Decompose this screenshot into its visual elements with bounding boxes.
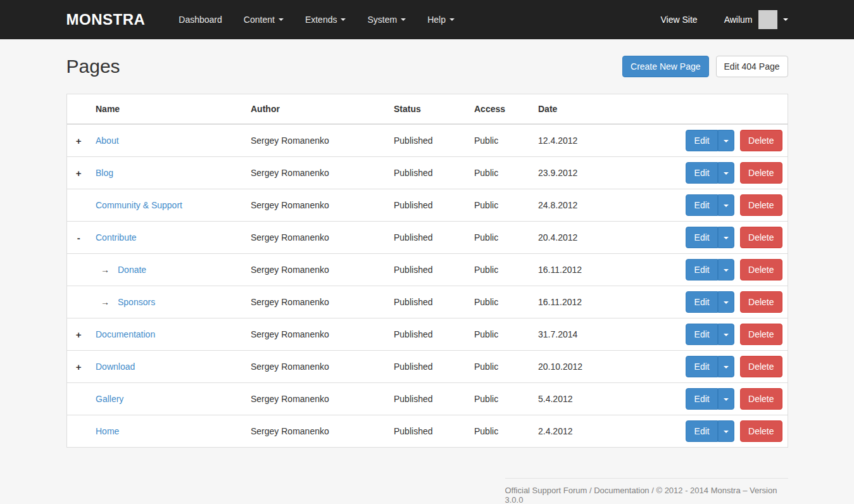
user-menu[interactable]: Awilum — [724, 10, 788, 29]
author-cell: Sergey Romanenko — [246, 415, 389, 448]
delete-button[interactable]: Delete — [740, 227, 782, 248]
status-cell: Published — [389, 254, 469, 286]
create-new-page-button[interactable]: Create New Page — [622, 56, 709, 77]
nav-item-content[interactable]: Content — [233, 0, 294, 39]
access-cell: Public — [469, 189, 533, 222]
edit-split-button: Edit — [686, 291, 734, 313]
caret-down-icon — [341, 18, 346, 21]
page-name-link[interactable]: Community & Support — [96, 200, 182, 210]
edit-dropdown-button[interactable] — [718, 227, 734, 248]
date-cell: 12.4.2012 — [533, 124, 634, 157]
edit-dropdown-button[interactable] — [718, 194, 734, 216]
edit-dropdown-button[interactable] — [718, 324, 734, 345]
edit-button[interactable]: Edit — [686, 388, 718, 410]
delete-button[interactable]: Delete — [740, 194, 782, 216]
table-header-row: Name Author Status Access Date — [66, 94, 788, 125]
brand-logo[interactable]: MONSTRA — [66, 11, 146, 28]
col-author: Author — [246, 94, 389, 125]
delete-button[interactable]: Delete — [740, 291, 782, 313]
expand-toggle[interactable]: + — [76, 362, 82, 372]
nav-item-system[interactable]: System — [356, 0, 417, 39]
page-name-link[interactable]: About — [96, 135, 119, 146]
date-cell: 2.4.2012 — [533, 415, 634, 448]
edit-dropdown-button[interactable] — [718, 259, 734, 280]
edit-404-page-button[interactable]: Edit 404 Page — [716, 56, 788, 77]
edit-button[interactable]: Edit — [686, 356, 718, 377]
access-cell: Public — [469, 383, 533, 415]
page-name-link[interactable]: Documentation — [96, 329, 155, 339]
edit-button[interactable]: Edit — [686, 420, 718, 442]
nav-item-dashboard[interactable]: Dashboard — [168, 0, 233, 39]
table-row: + Documentation Sergey Romanenko Publish… — [66, 318, 788, 351]
col-access: Access — [469, 94, 533, 125]
status-cell: Published — [389, 189, 469, 222]
delete-button[interactable]: Delete — [740, 259, 782, 280]
edit-split-button: Edit — [686, 227, 734, 248]
expand-toggle[interactable]: + — [76, 168, 82, 179]
edit-button[interactable]: Edit — [686, 162, 718, 184]
page-name-link[interactable]: Donate — [118, 265, 146, 275]
status-cell: Published — [389, 286, 469, 318]
edit-split-button: Edit — [686, 162, 734, 184]
caret-down-icon — [724, 205, 729, 207]
edit-button[interactable]: Edit — [686, 291, 718, 313]
table-row: + About Sergey Romanenko Published Publi… — [66, 124, 788, 157]
author-cell: Sergey Romanenko — [246, 383, 389, 415]
table-row: Community & Support Sergey Romanenko Pub… — [66, 189, 788, 222]
page-header: Pages Create New Page Edit 404 Page — [66, 56, 788, 77]
documentation-link[interactable]: Documentation — [594, 486, 649, 495]
author-cell: Sergey Romanenko — [246, 157, 389, 189]
status-cell: Published — [389, 157, 469, 189]
author-cell: Sergey Romanenko — [246, 318, 389, 351]
access-cell: Public — [469, 351, 533, 383]
caret-down-icon — [724, 301, 729, 304]
footer-separator: / — [587, 486, 594, 495]
caret-down-icon — [724, 140, 729, 142]
view-site-link[interactable]: View Site — [661, 15, 698, 25]
support-forum-link[interactable]: Official Support Forum — [505, 486, 587, 495]
edit-dropdown-button[interactable] — [718, 162, 734, 184]
edit-dropdown-button[interactable] — [718, 388, 734, 410]
page-name-link[interactable]: Contribute — [96, 232, 137, 243]
delete-button[interactable]: Delete — [740, 420, 782, 442]
edit-dropdown-button[interactable] — [718, 130, 734, 151]
expand-toggle[interactable]: + — [76, 329, 82, 340]
edit-dropdown-button[interactable] — [718, 291, 734, 313]
nav-item-help[interactable]: Help — [417, 0, 465, 39]
edit-button[interactable]: Edit — [686, 194, 718, 216]
expand-toggle[interactable]: + — [76, 135, 82, 146]
delete-button[interactable]: Delete — [740, 388, 782, 410]
page-name-link[interactable]: Blog — [96, 168, 113, 178]
page-name-link[interactable]: Gallery — [96, 394, 123, 404]
author-cell: Sergey Romanenko — [246, 254, 389, 286]
delete-button[interactable]: Delete — [740, 130, 782, 151]
page-name-link[interactable]: Sponsors — [118, 297, 155, 307]
col-expander — [66, 94, 91, 125]
avatar — [758, 10, 777, 29]
edit-button[interactable]: Edit — [686, 259, 718, 280]
page-name-link[interactable]: Home — [96, 426, 119, 436]
page-name-link[interactable]: Download — [96, 362, 135, 372]
nav-links: Dashboard Content Extends System Help — [168, 0, 465, 39]
edit-dropdown-button[interactable] — [718, 420, 734, 442]
status-cell: Published — [389, 222, 469, 254]
footer: Official Support Forum / Documentation /… — [505, 478, 788, 504]
edit-dropdown-button[interactable] — [718, 356, 734, 377]
delete-button[interactable]: Delete — [740, 162, 782, 184]
table-row: Gallery Sergey Romanenko Published Publi… — [66, 383, 788, 415]
delete-button[interactable]: Delete — [740, 324, 782, 345]
col-name: Name — [91, 94, 246, 125]
edit-button[interactable]: Edit — [686, 324, 718, 345]
author-cell: Sergey Romanenko — [246, 351, 389, 383]
access-cell: Public — [469, 157, 533, 189]
nav-item-extends[interactable]: Extends — [294, 0, 357, 39]
edit-split-button: Edit — [686, 420, 734, 442]
table-row: + Download Sergey Romanenko Published Pu… — [66, 351, 788, 383]
date-cell: 16.11.2012 — [533, 254, 634, 286]
table-row: →Sponsors Sergey Romanenko Published Pub… — [66, 286, 788, 318]
delete-button[interactable]: Delete — [740, 356, 782, 377]
edit-button[interactable]: Edit — [686, 130, 718, 151]
edit-button[interactable]: Edit — [686, 227, 718, 248]
col-status: Status — [389, 94, 469, 125]
expand-toggle[interactable]: - — [77, 232, 80, 243]
